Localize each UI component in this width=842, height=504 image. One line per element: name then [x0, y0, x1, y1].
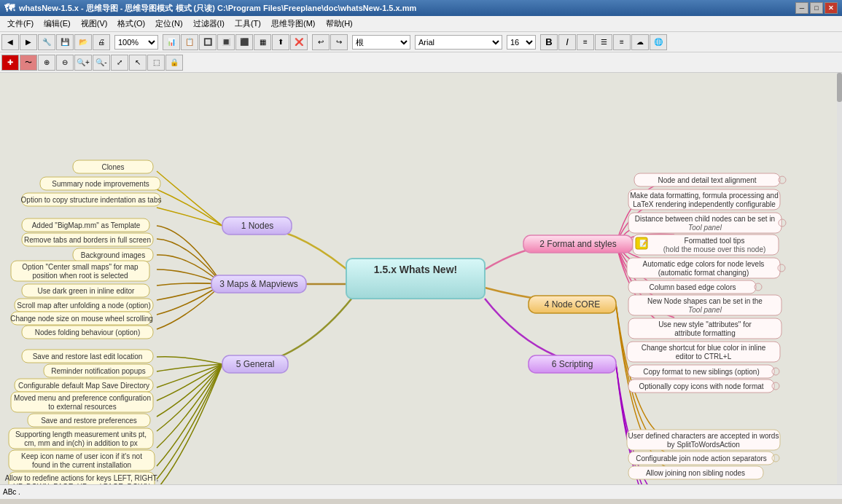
forward-button[interactable]: ▶ [20, 34, 37, 50]
svg-text:4 Node CORE: 4 Node CORE [545, 299, 601, 310]
mindmap-svg: 1.5.x Whats New! 1 Nodes 3 Maps & Mapvie… [0, 73, 842, 484]
maximize-button[interactable]: □ [810, 2, 823, 14]
svg-text:Save and restore preferences: Save and restore preferences [41, 417, 137, 425]
svg-text:Node and detail text alignment: Node and detail text alignment [658, 176, 756, 184]
svg-text:Configurable join node action : Configurable join node action separators [636, 454, 767, 462]
italic-button[interactable]: I [558, 34, 576, 50]
font-select[interactable]: Arial [415, 35, 502, 50]
menu-file[interactable]: 文件(F) [3, 17, 38, 31]
btn1[interactable]: 🔧 [38, 34, 55, 50]
svg-text:Change node size on mouse whee: Change node size on mouse wheel scrollin… [10, 315, 153, 323]
redo-button[interactable]: ↪ [330, 34, 348, 50]
svg-text:Tool panel: Tool panel [688, 306, 722, 314]
svg-text:6 Scripting: 6 Scripting [552, 359, 593, 369]
btn6[interactable]: 📋 [181, 34, 198, 50]
undo-button[interactable]: ↩ [312, 34, 330, 50]
align-left-button[interactable]: ≡ [577, 34, 594, 50]
btn-t6[interactable]: ⤢ [111, 55, 128, 71]
svg-text:(hold the mouse over this node: (hold the mouse over this node) [663, 245, 766, 253]
status-bar: ABc . [0, 484, 842, 499]
align-right-button[interactable]: ≡ [613, 34, 631, 50]
svg-text:Moved menu and preference conf: Moved menu and preference configuration [14, 394, 151, 402]
btn2[interactable]: 💾 [56, 34, 74, 50]
svg-text:Supporting length measurement : Supporting length measurement units pt, [15, 430, 147, 438]
svg-text:Option to copy structure inden: Option to copy structure indentation as … [21, 196, 162, 204]
btn-t9[interactable]: 🔒 [165, 55, 183, 71]
menu-filter[interactable]: 过滤器(I) [189, 17, 229, 31]
status-text: ABc . [3, 488, 20, 496]
back-button[interactable]: ◀ [1, 34, 19, 50]
svg-text:Reminder notification popups: Reminder notification popups [51, 367, 146, 375]
root-select[interactable]: 根 [352, 35, 410, 50]
btn7[interactable]: 🔲 [199, 34, 217, 50]
minimize-button[interactable]: ─ [795, 2, 808, 14]
svg-text:Formatted tool tips: Formatted tool tips [685, 237, 745, 245]
svg-text:Background images: Background images [81, 251, 145, 259]
svg-text:Keep icon name of user icon if: Keep icon name of user icon if it's not [21, 452, 142, 460]
svg-rect-117 [837, 73, 842, 102]
menu-view[interactable]: 视图(V) [77, 17, 112, 31]
svg-text:Option "Center small maps" for: Option "Center small maps" for map [22, 263, 139, 271]
title-text: whatsNew-1.5.x - 思维导图 - 思维导图模式 模式 (只读) C… [19, 3, 795, 14]
toolbar-2: ✚ 〜 ⊕ ⊖ 🔍+ 🔍- ⤢ ↖ ⬚ 🔒 [0, 52, 842, 73]
btn-t3[interactable]: ⊖ [56, 55, 74, 71]
svg-text:Automatic edge colors for node: Automatic edge colors for node levels [643, 260, 765, 268]
btn-t2[interactable]: ⊕ [38, 55, 55, 71]
menu-locate[interactable]: 定位(N) [151, 17, 187, 31]
btn11[interactable]: ⬆ [272, 34, 289, 50]
svg-text:Use new style "attributes" for: Use new style "attributes" for [658, 320, 752, 328]
svg-text:Clones: Clones [101, 163, 124, 171]
btn3[interactable]: 📂 [74, 34, 92, 50]
svg-text:Scroll map after unfolding a n: Scroll map after unfolding a node (optio… [17, 302, 150, 310]
btn9[interactable]: ⬛ [235, 34, 253, 50]
svg-text:position when root is selected: position when root is selected [32, 272, 128, 280]
btn12[interactable]: ❌ [290, 34, 308, 50]
svg-text:cm, mm and in(ch) in addition : cm, mm and in(ch) in addition to px [24, 439, 138, 447]
toolbar-1: ◀ ▶ 🔧 💾 📂 🖨 100% 75% 50% 150% 📊 📋 🔲 🔳 ⬛ … [0, 32, 842, 52]
align-center-button[interactable]: ☰ [595, 34, 612, 50]
btn-t4[interactable]: 🔍+ [74, 55, 92, 71]
zoom-select[interactable]: 100% 75% 50% 150% [114, 35, 158, 50]
svg-text:Copy format to new siblings (o: Copy format to new siblings (option) [643, 368, 760, 376]
svg-text:3 Maps & Mapviews: 3 Maps & Mapviews [219, 279, 297, 289]
svg-text:Tool panel: Tool panel [688, 224, 722, 232]
style-btn2[interactable]: 🌐 [650, 34, 667, 50]
svg-text:attribute formatting: attribute formatting [674, 329, 735, 337]
svg-text:Allow joining non sibling node: Allow joining non sibling nodes [646, 469, 745, 477]
svg-text:Nodes folding behaviour (optio: Nodes folding behaviour (option) [35, 328, 141, 336]
svg-text:by SplitToWordsAction: by SplitToWordsAction [667, 441, 740, 449]
svg-text:1.5.x Whats New!: 1.5.x Whats New! [374, 264, 457, 275]
btn-t7[interactable]: ↖ [129, 55, 147, 71]
menu-mindmap[interactable]: 思维导图(M) [267, 17, 320, 31]
svg-text:New Node shapes can be set in : New Node shapes can be set in the [647, 297, 763, 305]
svg-text:Change shortcut for blue color: Change shortcut for blue color in inline [642, 344, 766, 352]
btn5[interactable]: 📊 [163, 34, 180, 50]
btn-t8[interactable]: ⬚ [147, 55, 165, 71]
font-size-select[interactable]: 16 [507, 35, 536, 50]
menu-help[interactable]: 帮助(H) [321, 17, 357, 31]
menu-edit[interactable]: 编辑(E) [39, 17, 75, 31]
title-bar: 🗺 whatsNew-1.5.x - 思维导图 - 思维导图模式 模式 (只读)… [0, 0, 842, 16]
svg-text:Configurable default Map Save : Configurable default Map Save Directory [18, 382, 149, 390]
btn8[interactable]: 🔳 [217, 34, 235, 50]
svg-text:editor to CTRL+L: editor to CTRL+L [676, 353, 732, 361]
btn4[interactable]: 🖨 [93, 34, 110, 50]
menu-tools[interactable]: 工具(T) [230, 17, 265, 31]
svg-text:Distance between child nodes c: Distance between child nodes can be set … [635, 215, 775, 223]
svg-rect-116 [837, 73, 842, 484]
btn-t1[interactable]: 〜 [20, 55, 37, 71]
add-node-btn[interactable]: ✚ [1, 55, 19, 71]
svg-text:Use dark green in inline edito: Use dark green in inline editor [38, 287, 136, 295]
svg-text:User defined characters are ac: User defined characters are accepted in … [628, 432, 779, 440]
svg-text:Save and restore last edit loc: Save and restore last edit location [33, 353, 143, 361]
svg-text:Allow to redefine actions for : Allow to redefine actions for keys LEFT,… [5, 474, 159, 482]
style-btn1[interactable]: ☁ [631, 34, 649, 50]
mindmap-area: 1.5.x Whats New! 1 Nodes 3 Maps & Mapvie… [0, 73, 842, 484]
menu-format[interactable]: 格式(O) [113, 17, 149, 31]
svg-text:Remove tabs and borders in ful: Remove tabs and borders in full screen [24, 236, 151, 244]
close-button[interactable]: ✕ [825, 2, 838, 14]
btn10[interactable]: ▦ [254, 34, 271, 50]
svg-text:2 Format and styles: 2 Format and styles [539, 239, 616, 249]
btn-t5[interactable]: 🔍- [93, 55, 110, 71]
bold-button[interactable]: B [540, 34, 558, 50]
